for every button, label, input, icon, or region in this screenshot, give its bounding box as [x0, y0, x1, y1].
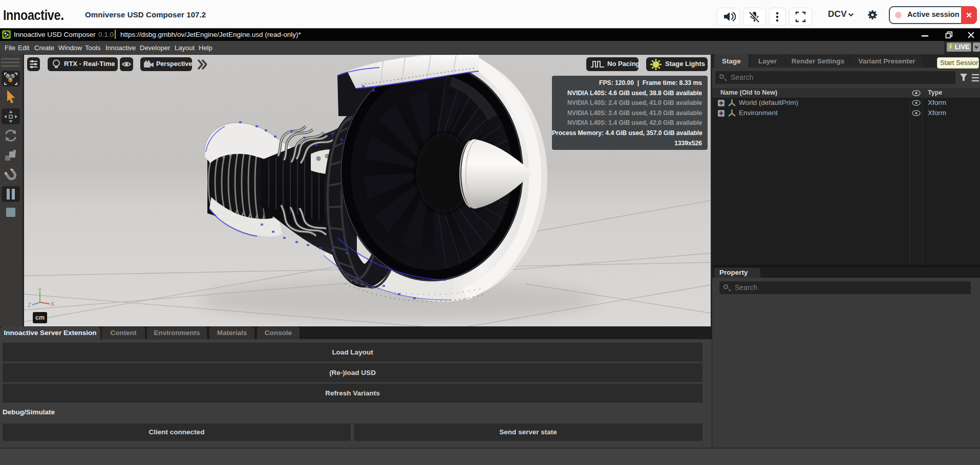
svg-text:Y: Y: [38, 288, 42, 293]
svg-text:X: X: [51, 301, 55, 307]
svg-text:Z: Z: [28, 302, 31, 308]
